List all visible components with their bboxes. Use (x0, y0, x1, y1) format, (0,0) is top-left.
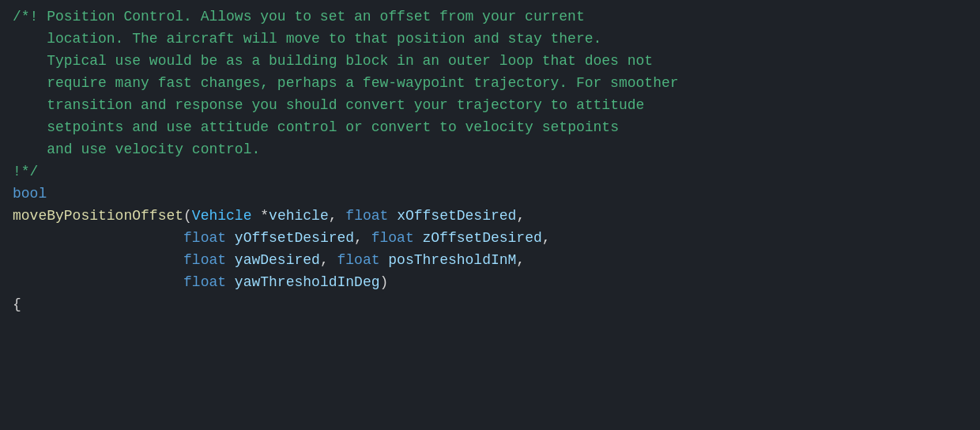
code-line: location. The aircraft will move to that… (0, 28, 980, 51)
line-text: Typical use would be as a building block… (13, 51, 653, 73)
token: bool (13, 186, 47, 202)
code-line: /*! Position Control. Allows you to set … (0, 6, 980, 28)
code-line: setpoints and use attitude control or co… (0, 117, 980, 139)
line-text: transition and response you should conve… (13, 95, 644, 117)
code-line: require many fast changes, perhaps a few… (0, 73, 980, 95)
token: /*! Position Control. Allows you to set … (13, 9, 585, 25)
token (13, 230, 183, 246)
token: zOffsetDesired (414, 230, 542, 246)
line-text: location. The aircraft will move to that… (13, 28, 601, 51)
line-text: require many fast changes, perhaps a few… (13, 73, 679, 95)
token: yawDesired (226, 252, 320, 268)
code-line: transition and response you should conve… (0, 95, 980, 117)
token: setpoints and use attitude control (13, 119, 345, 135)
token: , (329, 208, 346, 224)
token: location. The aircraft will move to that… (13, 31, 601, 47)
code-line: float yawDesired, float posThresholdInM, (0, 250, 980, 272)
token: float (337, 252, 380, 268)
token: and use velocity control. (13, 141, 260, 157)
token: yawThresholdInDeg (226, 274, 379, 290)
code-line: float yOffsetDesired, float zOffsetDesir… (0, 228, 980, 250)
line-text: !*/ (13, 161, 38, 183)
token: , (516, 252, 525, 268)
code-line: !*/ (0, 161, 980, 183)
token: response you should convert your traject… (166, 97, 644, 113)
token: ) (380, 274, 389, 290)
code-line: Typical use would be as a building block… (0, 51, 980, 73)
line-text: bool (13, 183, 47, 206)
token: float (371, 230, 414, 246)
token (13, 252, 183, 268)
line-text: /*! Position Control. Allows you to set … (13, 6, 585, 28)
line-text: float yOffsetDesired, float zOffsetDesir… (13, 228, 551, 250)
token: posThresholdInM (380, 252, 517, 268)
token: require many fast changes, perhaps a few… (13, 75, 679, 91)
code-line: moveByPositionOffset(Vehicle *vehicle, f… (0, 206, 980, 228)
token: Typical use would be as a building block… (13, 53, 653, 69)
code-line: bool (0, 183, 980, 206)
token: Vehicle (192, 208, 252, 224)
token: xOffsetDesired (388, 208, 516, 224)
line-text: and use velocity control. (13, 139, 260, 161)
token: , (516, 208, 525, 224)
line-text: moveByPositionOffset(Vehicle *vehicle, f… (13, 206, 525, 228)
token: , (542, 230, 551, 246)
code-line: float yawThresholdInDeg) (0, 272, 980, 294)
token: !*/ (13, 164, 38, 179)
token: yOffsetDesired (226, 230, 354, 246)
code-line: and use velocity control. (0, 139, 980, 161)
token: transition (13, 97, 141, 113)
token: float (183, 230, 226, 246)
token: vehicle (269, 208, 329, 224)
token (13, 274, 183, 290)
line-text: setpoints and use attitude control or co… (13, 117, 619, 139)
code-line: { (0, 294, 980, 316)
token: and (141, 97, 166, 113)
token: * (251, 208, 269, 224)
token: or (345, 119, 363, 135)
code-editor: /*! Position Control. Allows you to set … (0, 0, 980, 430)
line-text: { (13, 294, 21, 316)
token: float (183, 252, 226, 268)
token: float (345, 208, 388, 224)
token: moveByPositionOffset (13, 208, 183, 224)
token: , (354, 230, 371, 246)
line-text: float yawThresholdInDeg) (13, 272, 388, 294)
token: ( (183, 208, 192, 224)
token: float (183, 274, 226, 290)
token: convert to velocity setpoints (363, 119, 619, 135)
token: { (13, 296, 21, 312)
token: , (320, 252, 337, 268)
line-text: float yawDesired, float posThresholdInM, (13, 250, 525, 272)
